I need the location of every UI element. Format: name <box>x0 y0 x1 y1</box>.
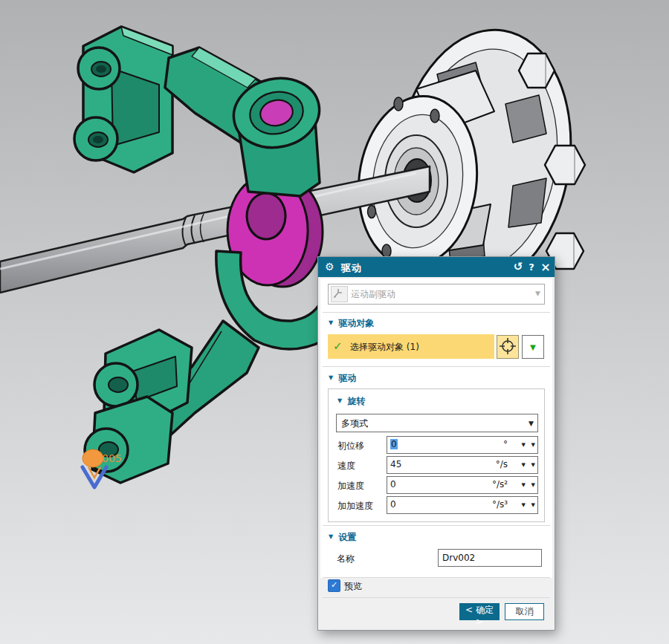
field-row-jerk: 加加速度 0 °/s³ ▼ ▼ <box>329 496 544 514</box>
preview-label: 预览 <box>344 580 362 593</box>
snap-point-button[interactable] <box>497 335 519 359</box>
crosshair-icon <box>498 336 517 356</box>
separator <box>323 597 550 598</box>
green-triangle-icon: ▼ <box>529 342 538 353</box>
name-label: 名称 <box>337 553 355 565</box>
reset-icon[interactable]: ↺ <box>511 260 525 273</box>
field-unit: ° <box>503 439 508 449</box>
field-label: 初位移 <box>337 440 364 452</box>
joint-marker-label: 005 <box>102 452 122 464</box>
check-icon: ✓ <box>333 339 343 353</box>
unit-dropdown-icon[interactable]: ▼ <box>522 462 526 468</box>
separator <box>323 525 550 526</box>
dialog-titlebar[interactable]: ⚙ 驱动 ↺ ? × <box>318 257 555 277</box>
field-value: 45 <box>390 459 401 469</box>
field-row-initial-displacement: 初位移 0 ° ▼ ▼ <box>329 436 544 454</box>
collapse-triangle-icon[interactable]: ▼ <box>329 533 333 540</box>
acceleration-input[interactable]: 0 °/s² ▼ ▼ <box>387 476 538 494</box>
separator <box>323 366 550 367</box>
cancel-button[interactable]: 取消 <box>505 603 544 620</box>
collapse-triangle-icon[interactable]: ▼ <box>337 397 342 404</box>
initial-displacement-input[interactable]: 0 ° ▼ ▼ <box>387 436 538 454</box>
preview-checkbox[interactable]: ✓ <box>328 579 340 592</box>
application-window: 005 ⚙ 驱动 ↺ ? × 运动副驱动 ▼ <box>0 0 669 644</box>
select-drive-object-row[interactable]: ✓ 选择驱动对象 (1) <box>328 334 494 359</box>
joint-drive-combo[interactable]: 运动副驱动 ▼ <box>328 284 545 305</box>
name-input[interactable] <box>438 549 542 567</box>
section-drive[interactable]: ▼驱动 <box>329 372 356 384</box>
field-label: 加速度 <box>337 480 364 492</box>
help-icon[interactable]: ? <box>525 261 538 273</box>
formula-dropdown-icon[interactable]: ▼ <box>531 502 535 508</box>
unit-dropdown-icon[interactable]: ▼ <box>522 482 526 488</box>
gear-icon: ⚙ <box>325 261 334 273</box>
unit-dropdown-icon[interactable]: ▼ <box>522 502 526 508</box>
section-rotation[interactable]: ▼旋转 <box>337 395 365 407</box>
close-icon[interactable]: × <box>539 260 552 274</box>
formula-dropdown-icon[interactable]: ▼ <box>531 442 535 448</box>
drive-dialog: ⚙ 驱动 ↺ ? × 运动副驱动 ▼ ▼驱动对象 ✓ 选择驱动对象 (1) <box>317 256 555 631</box>
formula-dropdown-icon[interactable]: ▼ <box>531 462 535 468</box>
ok-button[interactable]: <确定> <box>459 603 500 620</box>
field-value: 0 <box>390 439 398 449</box>
field-unit: °/s² <box>492 479 508 489</box>
section-drive-object[interactable]: ▼驱动对象 <box>329 317 374 329</box>
field-value: 0 <box>390 479 396 489</box>
field-row-velocity: 速度 45 °/s ▼ ▼ <box>329 456 544 474</box>
select-drive-object-label: 选择驱动对象 (1) <box>350 341 419 354</box>
rotation-group: ▼旋转 多项式 ▼ 初位移 0 ° ▼ ▼ 速度 45 °/s <box>328 388 545 522</box>
drag-handle-icon[interactable] <box>83 449 103 467</box>
joint-drive-value: 运动副驱动 <box>351 288 395 301</box>
collapse-triangle-icon[interactable]: ▼ <box>329 319 333 326</box>
collapse-triangle-icon[interactable]: ▼ <box>329 374 333 381</box>
formula-dropdown-icon[interactable]: ▼ <box>531 482 535 488</box>
profile-value: 多项式 <box>341 417 368 430</box>
field-label: 加加速度 <box>337 500 373 513</box>
field-unit: °/s³ <box>492 499 508 510</box>
jerk-input[interactable]: 0 °/s³ ▼ ▼ <box>387 496 538 514</box>
selection-options-button[interactable]: ▼ <box>522 335 544 359</box>
velocity-input[interactable]: 45 °/s ▼ ▼ <box>387 456 538 474</box>
profile-combo[interactable]: 多项式 ▼ <box>336 414 538 432</box>
field-label: 速度 <box>337 460 355 472</box>
dialog-title: 驱动 <box>341 261 362 275</box>
joint-drive-icon <box>331 286 348 302</box>
chevron-down-icon: ▼ <box>529 420 534 427</box>
separator <box>323 312 550 313</box>
unit-dropdown-icon[interactable]: ▼ <box>522 442 526 448</box>
section-settings[interactable]: ▼设置 <box>329 531 356 543</box>
field-unit: °/s <box>496 459 508 469</box>
field-value: 0 <box>390 499 396 510</box>
field-row-acceleration: 加速度 0 °/s² ▼ ▼ <box>329 476 544 494</box>
separator <box>323 577 550 578</box>
chevron-down-icon: ▼ <box>535 290 540 297</box>
